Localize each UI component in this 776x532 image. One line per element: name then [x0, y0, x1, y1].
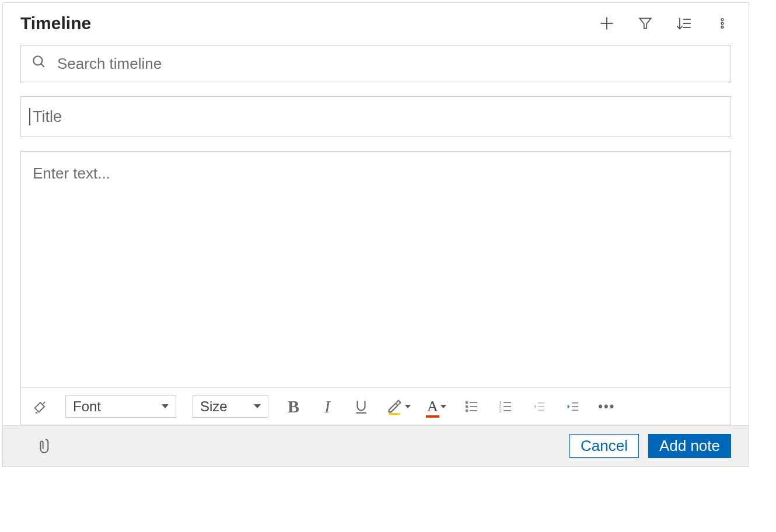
body-textarea[interactable]: [21, 152, 730, 385]
increase-indent-button[interactable]: [564, 398, 582, 415]
add-record-button[interactable]: [598, 15, 616, 32]
font-color-button[interactable]: A: [427, 398, 446, 415]
bold-button[interactable]: B: [285, 398, 302, 415]
add-note-button[interactable]: Add note: [648, 434, 731, 458]
note-title-box[interactable]: [20, 96, 731, 137]
decrease-indent-button[interactable]: [530, 398, 548, 415]
timeline-header: Timeline: [20, 13, 731, 33]
bulleted-list-button[interactable]: [463, 398, 480, 415]
timeline-heading: Timeline: [20, 13, 91, 33]
underline-button[interactable]: [352, 398, 370, 415]
italic-button[interactable]: I: [319, 398, 336, 415]
numbered-list-button[interactable]: 1 2 3: [497, 398, 514, 415]
note-editor: Font Size B I: [20, 151, 731, 425]
font-size-select[interactable]: Size: [193, 396, 268, 418]
more-commands-button[interactable]: [714, 15, 731, 32]
rich-text-toolbar: Font Size B I: [21, 387, 730, 425]
header-buttons: [598, 15, 731, 32]
svg-marker-2: [639, 18, 651, 28]
chevron-down-icon: [162, 404, 169, 408]
title-input[interactable]: [32, 107, 722, 127]
font-family-label: Font: [73, 398, 101, 415]
font-family-select[interactable]: Font: [65, 396, 176, 418]
search-timeline-box[interactable]: [20, 45, 731, 82]
timeline-panel: Timeline: [2, 2, 749, 467]
svg-point-8: [721, 22, 723, 24]
chevron-down-icon: [405, 405, 411, 408]
attach-file-button[interactable]: [38, 435, 53, 457]
svg-point-7: [721, 19, 723, 21]
search-icon: [32, 54, 47, 74]
text-caret: [29, 108, 30, 125]
svg-point-9: [721, 26, 723, 29]
search-input[interactable]: [56, 54, 720, 74]
chevron-down-icon: [254, 404, 261, 408]
filter-button[interactable]: [637, 15, 654, 32]
note-footer: Cancel Add note: [3, 425, 749, 466]
sort-button[interactable]: [675, 15, 693, 32]
font-size-label: Size: [200, 398, 228, 415]
toolbar-more-button[interactable]: •••: [598, 398, 616, 415]
svg-point-18: [466, 410, 467, 411]
svg-point-14: [466, 401, 467, 403]
cancel-button[interactable]: Cancel: [569, 434, 639, 458]
svg-point-16: [466, 405, 467, 407]
format-painter-button[interactable]: [32, 398, 49, 415]
highlight-color-button[interactable]: [386, 398, 411, 415]
svg-point-10: [33, 56, 42, 65]
svg-line-11: [41, 64, 44, 66]
chevron-down-icon: [441, 405, 446, 408]
svg-text:3: 3: [499, 408, 502, 414]
